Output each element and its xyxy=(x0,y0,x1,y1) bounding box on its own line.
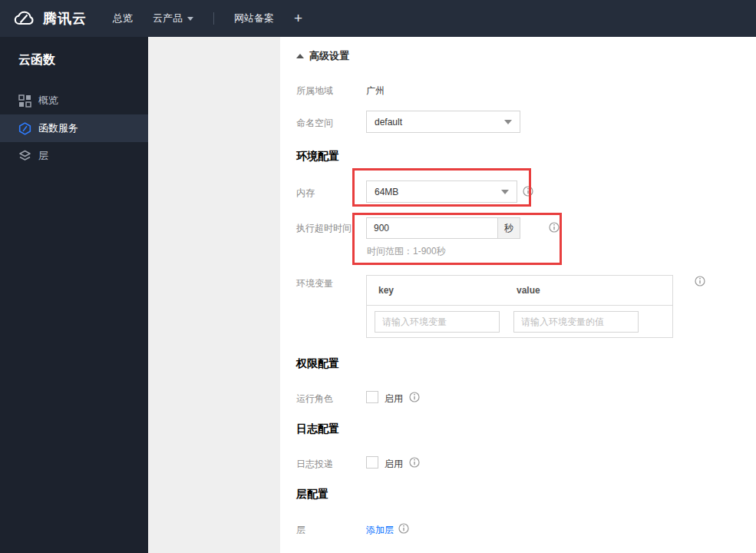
log-delivery-label: 日志投递 xyxy=(296,458,333,471)
log-config-title: 日志配置 xyxy=(296,422,339,436)
envvar-info-icon[interactable] xyxy=(695,276,705,286)
timeout-unit-button[interactable]: 秒 xyxy=(498,217,520,239)
timeout-info-icon[interactable] xyxy=(549,222,560,233)
function-hexagon-icon xyxy=(18,122,31,135)
memory-info-icon[interactable] xyxy=(523,186,533,197)
nav-item-icp[interactable]: 网站备案 xyxy=(234,12,274,25)
nav-icp-label: 网站备案 xyxy=(234,12,274,25)
sidebar-item-layers[interactable]: 层 xyxy=(0,142,148,170)
sidebar-item-label: 层 xyxy=(38,149,48,163)
run-role-checkbox[interactable] xyxy=(366,391,378,403)
nav-divider xyxy=(213,12,214,25)
advanced-settings-label: 高级设置 xyxy=(309,49,349,63)
grid-icon xyxy=(18,94,31,108)
namespace-select[interactable]: default xyxy=(366,111,520,133)
sidebar-item-label: 函数服务 xyxy=(38,121,78,135)
layers-icon xyxy=(18,150,31,163)
namespace-selected-value: default xyxy=(375,117,504,127)
region-value: 广州 xyxy=(366,84,385,98)
tencent-cloud-logo-icon xyxy=(12,10,35,27)
advanced-settings-toggle[interactable]: 高级设置 xyxy=(296,49,349,63)
nav-item-products[interactable]: 云产品 xyxy=(153,12,193,25)
chevron-down-icon xyxy=(501,190,509,194)
layer-config-title: 层配置 xyxy=(296,488,328,502)
envvar-key-header: key xyxy=(378,285,517,296)
envvar-label: 环境变量 xyxy=(296,277,333,290)
log-delivery-checkbox[interactable] xyxy=(366,456,378,469)
collapse-triangle-icon xyxy=(296,54,304,58)
nav-item-overview[interactable]: 总览 xyxy=(113,12,133,25)
function-config-form: 高级设置 所属地域 广州 命名空间 default 环境配置 内存 64MB 执… xyxy=(280,37,756,553)
timeout-input[interactable] xyxy=(366,217,498,239)
sidebar-title: 云函数 xyxy=(0,37,148,68)
run-role-enable-label: 启用 xyxy=(385,392,403,406)
sidebar: 云函数 概览 函数服务 xyxy=(0,37,148,553)
envvar-value-header: value xyxy=(517,285,540,296)
env-config-title: 环境配置 xyxy=(296,150,339,164)
timeout-label: 执行超时时间 xyxy=(296,222,352,235)
memory-label: 内存 xyxy=(296,187,315,200)
log-delivery-info-icon[interactable] xyxy=(409,457,420,468)
layer-label: 层 xyxy=(296,524,305,537)
region-label: 所属地域 xyxy=(296,84,333,98)
top-navbar: 腾讯云 总览 云产品 网站备案 + xyxy=(0,0,756,37)
add-layer-link[interactable]: 添加层 xyxy=(366,524,394,537)
memory-selected-value: 64MB xyxy=(375,187,501,197)
add-tab-button[interactable]: + xyxy=(294,10,302,27)
sidebar-item-function-service[interactable]: 函数服务 xyxy=(0,114,148,142)
sidebar-item-overview[interactable]: 概览 xyxy=(0,87,148,114)
envvar-input-row xyxy=(367,306,672,337)
run-role-info-icon[interactable] xyxy=(409,392,420,402)
add-layer-info-icon[interactable] xyxy=(398,523,409,534)
run-role-label: 运行角色 xyxy=(296,392,333,406)
sidebar-menu: 概览 函数服务 层 xyxy=(0,87,148,170)
envvar-table: key value xyxy=(366,275,673,338)
envvar-value-input[interactable] xyxy=(513,311,639,333)
chevron-down-icon xyxy=(504,120,512,124)
nav-overview-label: 总览 xyxy=(113,12,133,25)
memory-select[interactable]: 64MB xyxy=(366,180,517,203)
nav-products-label: 云产品 xyxy=(153,12,183,25)
log-delivery-enable-label: 启用 xyxy=(385,458,403,471)
timeout-hint: 时间范围：1-900秒 xyxy=(367,245,446,258)
brand[interactable]: 腾讯云 xyxy=(12,9,87,28)
envvar-key-input[interactable] xyxy=(375,311,500,333)
perm-config-title: 权限配置 xyxy=(296,357,339,371)
sidebar-item-label: 概览 xyxy=(38,94,58,108)
namespace-label: 命名空间 xyxy=(296,117,333,130)
backdrop-panel xyxy=(148,37,280,553)
chevron-down-icon xyxy=(187,17,193,21)
top-menu: 总览 云产品 网站备案 + xyxy=(113,10,302,27)
brand-name: 腾讯云 xyxy=(43,9,87,28)
envvar-table-header: key value xyxy=(367,276,672,306)
